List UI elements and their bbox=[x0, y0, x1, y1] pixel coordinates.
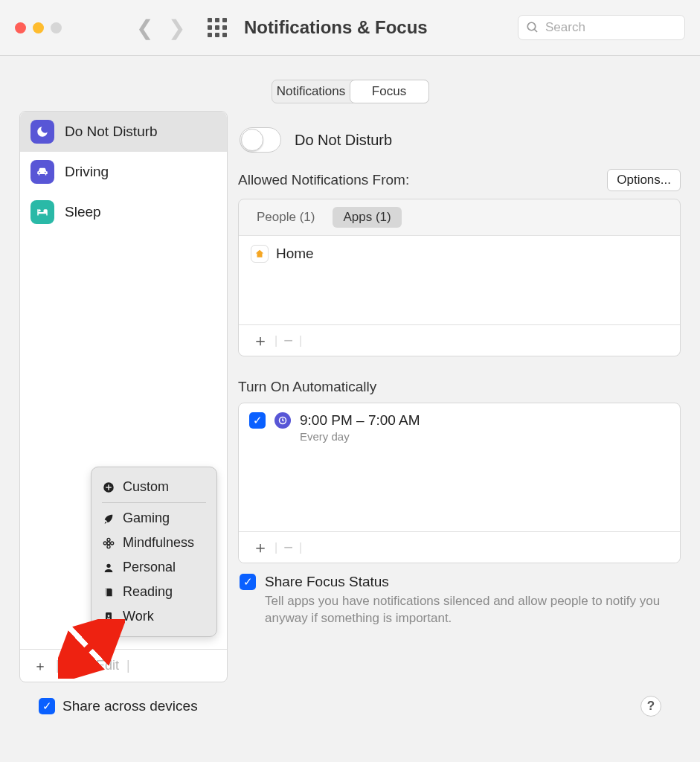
book-icon bbox=[102, 586, 115, 599]
window-title: Notifications & Focus bbox=[244, 17, 428, 38]
badge-icon bbox=[102, 610, 115, 624]
forward-button[interactable]: ❯ bbox=[161, 16, 193, 40]
plus-circle-icon bbox=[102, 481, 115, 494]
svg-rect-12 bbox=[107, 618, 110, 618]
car-icon bbox=[30, 160, 54, 184]
allowed-heading: Allowed Notifications From: bbox=[238, 172, 607, 188]
svg-rect-9 bbox=[105, 588, 106, 596]
menu-item-reading[interactable]: Reading bbox=[102, 580, 206, 604]
schedule-row[interactable]: ✓ 9:00 PM – 7:00 AM Every day bbox=[239, 403, 680, 452]
window-toolbar: ❮ ❯ Notifications & Focus bbox=[0, 0, 700, 56]
tab-people[interactable]: People (1) bbox=[246, 207, 325, 228]
svg-point-0 bbox=[527, 22, 536, 31]
main-tabs: Notifications Focus bbox=[272, 80, 429, 103]
sidebar-item-sleep[interactable]: Sleep bbox=[20, 192, 227, 232]
zoom-window-button[interactable] bbox=[51, 22, 62, 33]
dnd-toggle-row: Do Not Disturb bbox=[238, 111, 681, 169]
window-controls bbox=[15, 22, 62, 33]
tab-notifications[interactable]: Notifications bbox=[272, 80, 350, 103]
remove-allowed-button[interactable]: − bbox=[277, 331, 299, 350]
remove-focus-button[interactable]: − bbox=[62, 658, 83, 673]
search-field[interactable] bbox=[518, 15, 685, 40]
sidebar-item-label: Do Not Disturb bbox=[65, 124, 158, 140]
schedule-card: ✓ 9:00 PM – 7:00 AM Every day ＋ | − | bbox=[238, 403, 681, 563]
dnd-toggle[interactable] bbox=[240, 127, 281, 153]
share-focus-checkbox[interactable]: ✓ bbox=[240, 574, 256, 590]
svg-line-1 bbox=[534, 29, 537, 32]
allowed-app-label: Home bbox=[276, 246, 314, 262]
minimize-window-button[interactable] bbox=[33, 22, 44, 33]
sidebar-item-do-not-disturb[interactable]: Do Not Disturb bbox=[20, 112, 227, 152]
person-icon bbox=[102, 561, 115, 574]
menu-item-mindfulness[interactable]: Mindfulness bbox=[102, 531, 206, 555]
menu-item-label: Gaming bbox=[123, 510, 170, 526]
allowed-section-header: Allowed Notifications From: Options... bbox=[238, 169, 681, 191]
add-focus-button[interactable]: ＋ bbox=[28, 657, 53, 675]
svg-point-3 bbox=[107, 542, 110, 545]
clock-icon bbox=[274, 412, 291, 429]
add-focus-menu: Custom Gaming Mindfulness bbox=[91, 467, 217, 637]
menu-item-label: Mindfulness bbox=[123, 535, 194, 551]
menu-item-work[interactable]: Work bbox=[102, 604, 206, 629]
add-allowed-button[interactable]: ＋ bbox=[246, 330, 274, 352]
menu-item-custom[interactable]: Custom bbox=[102, 475, 206, 499]
back-button[interactable]: ❮ bbox=[129, 16, 161, 40]
help-button[interactable]: ? bbox=[640, 696, 661, 717]
options-button[interactable]: Options... bbox=[607, 169, 681, 191]
share-across-checkbox[interactable]: ✓ bbox=[39, 698, 55, 714]
sidebar-footer: ＋ | − | Edit | bbox=[20, 649, 227, 682]
dnd-toggle-label: Do Not Disturb bbox=[295, 132, 392, 149]
allowed-card: People (1) Apps (1) Home ＋ | − | bbox=[238, 199, 681, 356]
share-focus-description: Tell apps you have notifications silence… bbox=[265, 593, 679, 627]
rocket-icon bbox=[102, 512, 115, 525]
menu-item-label: Personal bbox=[123, 560, 176, 575]
allowed-app-row[interactable]: Home bbox=[251, 245, 668, 263]
focus-detail: Do Not Disturb Allowed Notifications Fro… bbox=[238, 111, 681, 682]
schedule-frequency: Every day bbox=[300, 430, 420, 443]
schedule-checkbox[interactable]: ✓ bbox=[249, 412, 266, 429]
schedule-card-footer: ＋ | − | bbox=[239, 531, 680, 563]
sidebar-item-driving[interactable]: Driving bbox=[20, 152, 227, 192]
add-schedule-button[interactable]: ＋ bbox=[246, 537, 274, 559]
moon-icon bbox=[30, 120, 54, 144]
turn-on-heading: Turn On Automatically bbox=[238, 379, 681, 395]
schedule-text: 9:00 PM – 7:00 AM Every day bbox=[300, 412, 420, 443]
share-focus-title: Share Focus Status bbox=[265, 574, 679, 590]
sidebar-item-label: Sleep bbox=[65, 204, 101, 220]
share-focus-row: ✓ Share Focus Status Tell apps you have … bbox=[238, 563, 681, 627]
bed-icon bbox=[30, 200, 54, 224]
flower-icon bbox=[102, 537, 115, 550]
tab-focus[interactable]: Focus bbox=[350, 80, 429, 103]
show-all-icon[interactable] bbox=[208, 18, 227, 37]
share-across-label: Share across devices bbox=[62, 698, 198, 714]
allowed-card-footer: ＋ | − | bbox=[239, 324, 680, 356]
svg-point-4 bbox=[107, 538, 110, 541]
sidebar-item-label: Driving bbox=[65, 164, 109, 180]
home-app-icon bbox=[251, 245, 269, 263]
menu-item-personal[interactable]: Personal bbox=[102, 555, 206, 580]
svg-point-11 bbox=[108, 615, 110, 617]
svg-point-7 bbox=[111, 542, 114, 545]
menu-item-gaming[interactable]: Gaming bbox=[102, 506, 206, 531]
menu-item-label: Reading bbox=[123, 584, 173, 600]
edit-focus-button[interactable]: Edit bbox=[91, 658, 119, 673]
allowed-tabs: People (1) Apps (1) bbox=[239, 199, 680, 235]
close-window-button[interactable] bbox=[15, 22, 26, 33]
menu-item-label: Custom bbox=[123, 479, 169, 495]
search-icon bbox=[526, 21, 539, 34]
menu-item-label: Work bbox=[123, 609, 154, 624]
svg-point-8 bbox=[106, 563, 110, 567]
schedule-time: 9:00 PM – 7:00 AM bbox=[300, 412, 420, 429]
remove-schedule-button[interactable]: − bbox=[277, 538, 299, 557]
search-input[interactable] bbox=[544, 19, 677, 36]
focus-sidebar: Do Not Disturb Driving Sleep bbox=[19, 111, 228, 682]
svg-point-5 bbox=[107, 545, 110, 548]
bottom-bar: ✓ Share across devices ? bbox=[19, 682, 681, 717]
allowed-apps-list: Home bbox=[239, 235, 680, 324]
tab-apps[interactable]: Apps (1) bbox=[333, 207, 401, 228]
svg-point-6 bbox=[103, 542, 106, 545]
